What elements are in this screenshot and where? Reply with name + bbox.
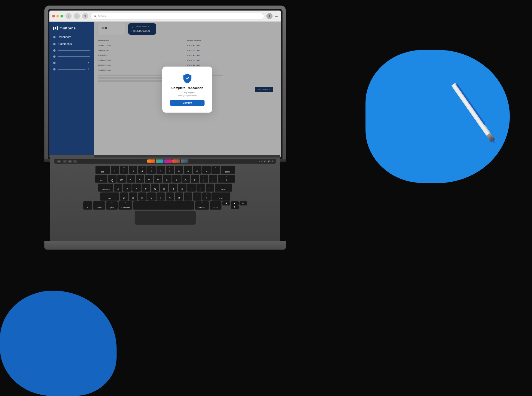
key-control[interactable]: control bbox=[93, 201, 105, 209]
key-y[interactable]: Y bbox=[154, 175, 162, 182]
heart-touchbar[interactable]: ♡ bbox=[63, 160, 67, 163]
key-comma[interactable]: <, bbox=[184, 192, 192, 200]
key-period[interactable]: >. bbox=[193, 192, 201, 200]
key-t[interactable]: T bbox=[145, 175, 153, 182]
key-arrow-down[interactable]: ▼ bbox=[231, 205, 239, 209]
trackpad[interactable] bbox=[135, 211, 196, 225]
key-tab[interactable]: tab bbox=[95, 175, 107, 182]
search-text: Search bbox=[98, 15, 106, 17]
key-r[interactable]: R bbox=[136, 175, 144, 182]
key-shift-right[interactable]: shift bbox=[211, 192, 230, 200]
key-option-left[interactable]: alt option bbox=[106, 201, 118, 209]
key-i[interactable]: I bbox=[172, 175, 181, 182]
key-esc[interactable]: esc bbox=[95, 166, 110, 174]
key-minus[interactable]: _- bbox=[202, 166, 211, 174]
key-a[interactable]: A bbox=[114, 184, 122, 191]
key-capslock[interactable]: caps lock bbox=[98, 184, 113, 191]
refresh-button[interactable]: ↺ bbox=[82, 13, 88, 19]
volume-up-icon[interactable]: 🔊 bbox=[268, 160, 271, 163]
chevron-down-icon-6: ▼ bbox=[88, 68, 90, 70]
close-button[interactable] bbox=[52, 15, 55, 17]
key-z[interactable]: Z bbox=[120, 192, 128, 200]
sidebar-item-4[interactable] bbox=[49, 54, 94, 60]
asterisk-icon[interactable]: ✳ bbox=[261, 160, 263, 163]
nav-back-button[interactable]: ‹ bbox=[65, 13, 72, 19]
copy-touchbar[interactable]: ⧉ bbox=[68, 160, 72, 163]
nav-forward-button[interactable]: › bbox=[74, 13, 80, 19]
key-arrow-left[interactable]: ◄ bbox=[222, 201, 230, 205]
key-p[interactable]: P bbox=[191, 175, 199, 182]
key-7[interactable]: &7 bbox=[166, 166, 174, 174]
key-row-zxcv: shift Z X C V B N M <, >. ?/ shift bbox=[54, 192, 276, 200]
key-shift-left[interactable]: shift bbox=[100, 192, 119, 200]
key-3[interactable]: #3 bbox=[129, 166, 137, 174]
sidebar-item-dashboard[interactable]: Dashboard bbox=[49, 34, 94, 40]
brightness-icon[interactable]: ☀ bbox=[272, 160, 274, 163]
photo-1[interactable] bbox=[147, 159, 155, 163]
key-m[interactable]: M bbox=[175, 192, 183, 200]
key-s[interactable]: S bbox=[123, 184, 132, 191]
key-d[interactable]: D bbox=[132, 184, 141, 191]
sidebar-dot-5 bbox=[53, 62, 56, 64]
key-slash[interactable]: ?/ bbox=[202, 192, 211, 200]
key-8[interactable]: *8 bbox=[175, 166, 183, 174]
key-k[interactable]: K bbox=[178, 184, 186, 191]
key-w[interactable]: W bbox=[117, 175, 126, 182]
sliders-touchbar[interactable]: ⚌ bbox=[73, 160, 77, 163]
key-9[interactable]: (9 bbox=[184, 166, 192, 174]
key-lbracket[interactable]: {[ bbox=[200, 175, 208, 182]
key-arrow-up[interactable]: ▲ bbox=[231, 201, 239, 205]
key-2[interactable]: @2 bbox=[120, 166, 128, 174]
minimize-button[interactable] bbox=[56, 15, 59, 17]
key-f[interactable]: F bbox=[142, 184, 150, 191]
key-command-left[interactable]: ⌘ command bbox=[118, 201, 132, 209]
key-n[interactable]: N bbox=[166, 192, 174, 200]
user-avatar[interactable]: 👤 bbox=[266, 13, 273, 19]
key-backslash[interactable]: |\ bbox=[218, 175, 235, 182]
sidebar-item-statements[interactable]: Statements bbox=[49, 40, 94, 47]
key-g[interactable]: G bbox=[151, 184, 159, 191]
key-delete[interactable]: delete bbox=[221, 166, 235, 174]
photo-3[interactable] bbox=[164, 159, 172, 163]
key-fn[interactable]: fn bbox=[83, 201, 92, 209]
confirm-button[interactable]: Confirm bbox=[170, 100, 205, 106]
maximize-button[interactable] bbox=[60, 15, 63, 17]
key-command-right[interactable]: ⌘ command bbox=[195, 201, 209, 209]
key-c[interactable]: C bbox=[138, 192, 147, 200]
key-return[interactable]: return bbox=[215, 184, 232, 191]
key-6[interactable]: ^6 bbox=[157, 166, 165, 174]
sidebar-item-6[interactable]: ▼ bbox=[49, 66, 94, 72]
key-arrow-right[interactable]: ► bbox=[239, 201, 247, 205]
sidebar-dot bbox=[53, 36, 56, 38]
key-u[interactable]: U bbox=[163, 175, 172, 182]
key-4[interactable]: $4 bbox=[138, 166, 147, 174]
photo-5[interactable] bbox=[181, 159, 188, 163]
prev-icon[interactable]: ‹ bbox=[259, 160, 260, 163]
key-e[interactable]: E bbox=[127, 175, 135, 182]
key-h[interactable]: H bbox=[160, 184, 168, 191]
key-1[interactable]: !1 bbox=[111, 166, 119, 174]
key-semicolon[interactable]: :; bbox=[196, 184, 205, 191]
key-l[interactable]: L bbox=[187, 184, 196, 191]
key-j[interactable]: J bbox=[169, 184, 177, 191]
key-x[interactable]: X bbox=[129, 192, 137, 200]
more-options-button[interactable]: ··· bbox=[275, 14, 278, 18]
key-space[interactable] bbox=[133, 201, 194, 209]
esc-touchbar-key[interactable]: esc bbox=[57, 160, 61, 163]
volume-down-icon[interactable]: 🔉 bbox=[264, 160, 267, 163]
key-option-right[interactable]: alt option bbox=[210, 201, 221, 209]
photo-2[interactable] bbox=[156, 159, 163, 163]
key-o[interactable]: O bbox=[181, 175, 190, 182]
key-v[interactable]: V bbox=[147, 192, 156, 200]
key-quote[interactable]: "' bbox=[206, 184, 214, 191]
sidebar-item-5[interactable]: ▼ bbox=[49, 60, 94, 66]
key-q[interactable]: Q bbox=[108, 175, 117, 182]
key-rbracket[interactable]: }] bbox=[209, 175, 217, 182]
photo-4[interactable] bbox=[172, 159, 180, 163]
key-b[interactable]: B bbox=[157, 192, 165, 200]
key-equal[interactable]: += bbox=[211, 166, 220, 174]
sidebar-item-3[interactable] bbox=[49, 47, 94, 54]
key-5[interactable]: %5 bbox=[147, 166, 156, 174]
key-0[interactable]: )0 bbox=[193, 166, 201, 174]
address-bar[interactable]: 🔍 Search bbox=[90, 13, 264, 19]
